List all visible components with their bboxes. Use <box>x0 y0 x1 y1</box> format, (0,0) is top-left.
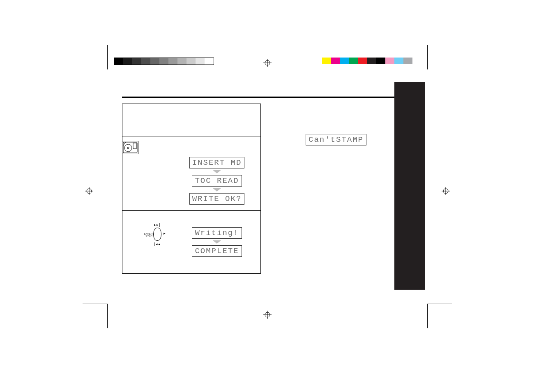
lcd-display: Writing! <box>192 227 242 239</box>
down-arrow-icon <box>213 188 221 191</box>
md-cartridge-icon <box>122 141 138 154</box>
section-tab <box>394 82 425 290</box>
crop-mark <box>107 304 108 328</box>
svg-rect-15 <box>133 143 136 149</box>
registration-mark-icon <box>442 187 447 193</box>
registration-mark-icon <box>263 59 269 65</box>
jog-dial-icon: ▸▸| ENTER SYNC ▸ |◂◂ <box>143 223 172 246</box>
step-header-box <box>122 104 260 136</box>
step-block-writing: ▸▸| ENTER SYNC ▸ |◂◂ Writing! COMPLETE <box>122 211 260 273</box>
jog-dial-label: ENTER SYNC <box>142 233 152 238</box>
crop-mark <box>427 70 452 70</box>
svg-rect-12 <box>123 142 137 153</box>
color-calibration-bar <box>322 58 412 64</box>
down-arrow-icon <box>213 240 221 244</box>
crop-mark <box>83 70 107 70</box>
grayscale-calibration-bar <box>114 58 214 65</box>
registration-mark-icon <box>85 187 91 193</box>
svg-point-14 <box>127 147 129 149</box>
svg-point-13 <box>124 144 132 152</box>
lcd-display: COMPLETE <box>192 245 242 257</box>
lcd-display: TOC READ <box>192 175 242 187</box>
lcd-display: WRITE OK? <box>189 193 245 205</box>
lcd-display-error: Can'tSTAMP <box>306 134 366 145</box>
crop-mark <box>83 304 107 304</box>
steps-column: INSERT MD TOC READ WRITE OK? ▸▸| ENTER S… <box>122 104 261 274</box>
crop-mark <box>427 45 428 69</box>
crop-mark <box>427 304 428 328</box>
crop-mark <box>427 304 452 304</box>
lcd-display: INSERT MD <box>189 157 245 168</box>
registration-mark-icon <box>263 311 269 316</box>
page-top-rule <box>122 97 425 98</box>
crop-mark <box>107 45 108 69</box>
step-block-insert-md: INSERT MD TOC READ WRITE OK? <box>122 136 260 211</box>
down-arrow-icon <box>213 170 221 173</box>
